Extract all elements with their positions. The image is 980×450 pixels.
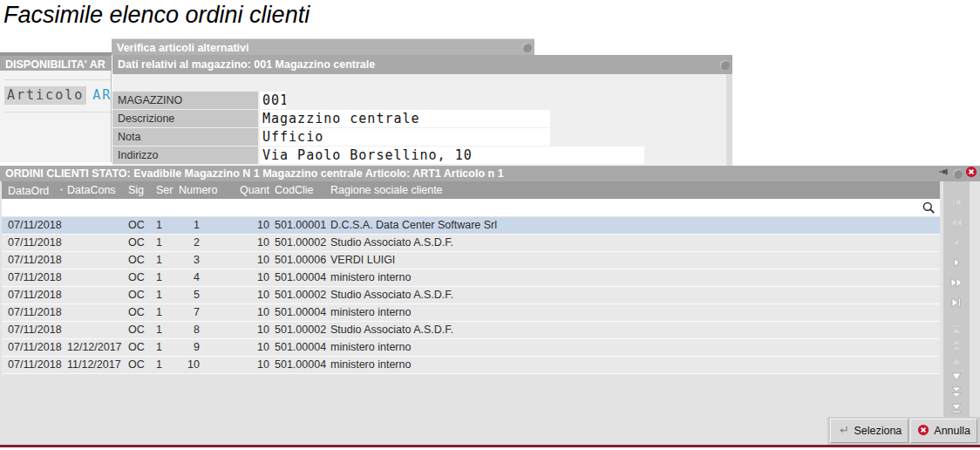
cell-numero: 1 [179, 217, 229, 234]
table-row[interactable]: 07/11/2018OC1710501.00004ministero inter… [2, 304, 940, 322]
cell-numero: 9 [179, 339, 229, 356]
column-header[interactable]: Ser [153, 181, 179, 199]
cell-numero: 2 [179, 235, 229, 251]
cell-datacons [67, 235, 128, 251]
last-icon[interactable] [949, 296, 963, 310]
column-header[interactable]: DataOrd [2, 181, 67, 199]
cell-ser: 1 [153, 235, 179, 251]
field-row: Nota Ufficio [112, 128, 732, 147]
cell-quant: 10 [229, 235, 275, 251]
top-icon [949, 323, 963, 337]
cell-dataord: 07/11/2018 [2, 339, 67, 356]
cell-ser: 1 [153, 304, 179, 321]
window-body: MAGAZZINO 001 Descrizione Magazzino cent… [112, 74, 732, 166]
column-header[interactable]: DataCons [67, 181, 128, 199]
table-row[interactable]: 07/11/2018OC1110501.00001D.C.S.A. Data C… [2, 217, 940, 235]
window-titlebar: DISPONIBILITA' AR [0, 52, 112, 71]
close-icon[interactable] [965, 166, 977, 181]
up-icon [949, 354, 963, 368]
cell-dataord: 07/11/2018 [2, 217, 67, 234]
scroll-strip[interactable] [726, 74, 732, 166]
pin-icon[interactable] [938, 166, 950, 181]
cell-datacons [67, 304, 128, 321]
window-menu-icon[interactable] [522, 43, 532, 52]
table-row[interactable]: 07/11/201811/12/2017OC11010501.00004mini… [2, 357, 940, 374]
cell-ragione: VERDI LUIGI [330, 252, 940, 269]
window-disponibilita: DISPONIBILITA' AR ArticoloART [0, 52, 112, 166]
cell-dataord: 07/11/2018 [2, 235, 67, 251]
cell-datacons [67, 287, 128, 303]
first-icon [949, 195, 963, 209]
field-value-input[interactable]: Via Paolo Borsellino, 10 [260, 147, 644, 164]
cell-dataord: 07/11/2018 [2, 287, 67, 303]
cell-dataord: 07/11/2018 [2, 252, 67, 269]
cell-ser: 1 [153, 339, 179, 356]
next-icon[interactable] [949, 256, 963, 269]
seleziona-button[interactable]: Seleziona [830, 419, 909, 443]
sort-asc-icon[interactable] [58, 181, 65, 199]
column-header[interactable]: Numero [179, 181, 229, 199]
cell-quant: 10 [229, 304, 275, 321]
cell-quant: 10 [229, 322, 275, 338]
search-input[interactable] [2, 199, 940, 216]
table-row[interactable]: 07/11/2018OC1310501.00006VERDI LUIGI [2, 252, 940, 269]
table-row[interactable]: 07/11/2018OC1410501.00004ministero inter… [2, 269, 940, 287]
cell-ragione: ministero interno [330, 304, 940, 321]
field-value-input[interactable]: 001 [260, 92, 286, 109]
column-header[interactable]: Sig [128, 181, 153, 199]
articolo-label: Articolo [4, 86, 86, 105]
cell-codclie: 501.00006 [275, 252, 330, 269]
enter-icon [837, 424, 849, 439]
page-up-icon [949, 338, 963, 352]
table-search-row [2, 199, 940, 217]
cell-codclie: 501.00001 [275, 217, 330, 234]
column-header[interactable]: Quant [229, 181, 275, 199]
window-menu-icon[interactable] [720, 60, 730, 70]
cell-codclie: 501.00004 [275, 304, 330, 321]
window-ordini-clienti: ORDINI CLIENTI STATO: Evadibile Magazzin… [0, 166, 980, 447]
cell-numero: 10 [179, 357, 229, 373]
cell-codclie: 501.00002 [275, 235, 330, 251]
cell-ragione: ministero interno [330, 357, 940, 373]
cell-ragione: D.C.S.A. Data Center Software Srl [330, 217, 940, 234]
window-titlebar: ORDINI CLIENTI STATO: Evadibile Magazzin… [0, 166, 980, 181]
cell-sig: OC [128, 252, 153, 269]
window-titlebar: Verifica articoli alternativi [112, 38, 534, 56]
window-title: Dati relativi al magazzino: 001 Magazzin… [118, 58, 375, 71]
cell-datacons [67, 269, 128, 286]
field-value-input[interactable]: Ufficio [260, 128, 550, 146]
cell-ser: 1 [153, 252, 179, 269]
cell-codclie: 501.00004 [275, 339, 330, 356]
table-row[interactable]: 07/11/201812/12/2017OC1910501.00004minis… [2, 339, 940, 357]
field-value-input[interactable]: Magazzino centrale [260, 110, 550, 127]
cell-codclie: 501.00004 [275, 357, 330, 373]
cell-datacons [67, 252, 128, 269]
cell-sig: OC [128, 322, 153, 338]
cell-sig: OC [128, 357, 153, 373]
cell-codclie: 501.00002 [275, 322, 330, 338]
fast-backward-icon [949, 215, 963, 229]
screenshot-root: Facsimile elenco ordini clienti Verifica… [0, 0, 980, 450]
down-icon[interactable] [949, 370, 963, 384]
column-header[interactable]: CodClie [275, 181, 330, 199]
cell-sig: OC [128, 304, 153, 321]
column-header[interactable]: Ragione sociale cliente [330, 181, 940, 199]
page-down-icon[interactable] [949, 385, 963, 399]
search-icon[interactable] [922, 201, 936, 218]
field-row: Indirizzo Via Paolo Borsellino, 10 [112, 147, 732, 165]
cell-datacons: 12/12/2017 [67, 339, 128, 356]
fast-forward-icon[interactable] [949, 276, 963, 290]
cell-ser: 1 [153, 269, 179, 286]
table-row[interactable]: 07/11/2018OC1510501.00002Studio Associat… [2, 287, 940, 304]
table-row[interactable]: 07/11/2018OC1210501.00002Studio Associat… [2, 235, 940, 252]
annulla-button[interactable]: Annulla [910, 419, 977, 443]
cell-numero: 4 [179, 269, 229, 286]
cell-codclie: 501.00002 [275, 287, 330, 303]
window-menu-icon[interactable] [953, 169, 963, 179]
window-titlebar: Dati relativi al magazzino: 001 Magazzin… [112, 55, 732, 74]
bottom-icon[interactable] [949, 401, 963, 415]
page-title: Facsimile elenco ordini clienti [3, 2, 310, 29]
table-row[interactable]: 07/11/2018OC1810501.00002Studio Associat… [2, 322, 940, 339]
cell-ragione: ministero interno [330, 269, 940, 286]
cell-quant: 10 [229, 287, 275, 303]
